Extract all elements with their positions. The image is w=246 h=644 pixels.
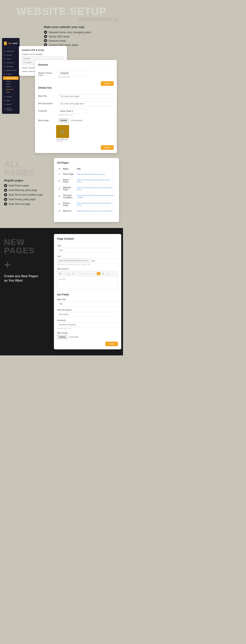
seo-keywords-label: Keywords — [57, 319, 118, 322]
play-icon — [44, 30, 47, 34]
sidebar-item-settings[interactable]: Settings — [2, 95, 19, 98]
sidebar-item-addon[interactable]: Add-on Manager — [2, 106, 19, 112]
content-placeholder: Content — [59, 278, 66, 280]
row-url: https://test2021sh.activeitzone.com/warr… — [75, 185, 116, 192]
admin-logo: 🛒 THE SHOP — [2, 40, 19, 48]
keywords-row: Keywords Separate with coma — [38, 108, 114, 116]
plus-icon: + — [4, 259, 11, 271]
content-editor[interactable]: Content — [57, 276, 118, 288]
seo-keywords-field: Keywords Separate with coma — [57, 319, 118, 330]
seo-meta-title-input[interactable] — [57, 302, 118, 306]
sidebar-item-uploaded-files[interactable]: Uploaded Files — [2, 68, 19, 72]
subnav-pages[interactable]: Pages — [5, 90, 19, 93]
subnav-appearence[interactable]: Appearence — [5, 88, 19, 90]
nav-dot — [4, 66, 5, 67]
general-section-title: General — [38, 63, 114, 68]
link-button[interactable]: ∞ — [106, 272, 110, 275]
sidebar-item-support[interactable]: Support — [2, 72, 19, 76]
pages-features-list: Build Return pages Build Warranty policy… — [4, 184, 50, 206]
list2-button[interactable]: ≡ — [84, 272, 87, 275]
new-pages-big-title: NEW PAGES — [4, 238, 50, 255]
strikethrough-button[interactable]: S — [71, 272, 75, 275]
sidebar-item-staffs[interactable]: Staffs — [2, 98, 19, 102]
feature-item: Keyword setup — [44, 39, 119, 42]
seo-section-title: Global Seo — [38, 86, 114, 91]
italic-button[interactable]: I — [63, 272, 66, 275]
subnav-header[interactable]: Header — [5, 80, 19, 83]
bold-button[interactable]: B — [58, 272, 62, 275]
meta-title-input[interactable] — [58, 94, 114, 99]
admin-sidebar: 🛒 THE SHOP Dashboard Product Orders Cust… — [2, 38, 19, 114]
pages-feature-item: Build Warranty policy page — [4, 188, 50, 192]
meta-desc-input[interactable] — [58, 101, 114, 106]
pages-feature-item: Build Privacy policy page — [4, 198, 50, 201]
seo-meta-image-label: Meta Image — [57, 332, 118, 334]
nav-dot — [4, 70, 5, 71]
seo-keywords-hint: Separate with coma — [57, 328, 118, 330]
required-star: * — [61, 245, 62, 247]
list-button[interactable]: ≡ — [79, 272, 83, 275]
seo-fields-title: Seo Fields — [57, 293, 118, 296]
subnav-banners[interactable]: Banners — [5, 86, 19, 88]
expand-button[interactable]: ↔ — [111, 272, 115, 275]
slug-input[interactable] — [89, 258, 118, 263]
nav-dot — [4, 108, 5, 110]
seo-meta-image-field: Meta Image Browse Choose file — [57, 332, 118, 339]
editor-toolbar: B I U S " ≡ ≡ ≡ ✏ A ⊞ ∞ ↔ — [57, 271, 118, 276]
play-icon — [44, 35, 47, 38]
sidebar-item-product[interactable]: Product — [2, 53, 19, 57]
nav-dot — [4, 96, 5, 98]
list3-button[interactable]: ≡ — [88, 272, 91, 275]
new-pages-description: Create any New Pagesas You Want — [4, 274, 38, 283]
required-star: * — [61, 255, 62, 258]
hero-subtitle: APPEARENCE — [4, 16, 119, 23]
row-num: 6 — [57, 208, 61, 214]
table-row: 4 Term and Conditions https://test2021sh… — [57, 192, 116, 200]
sidebar-item-website-setup[interactable]: Website Setup — [3, 76, 18, 80]
table-button[interactable]: ⊞ — [101, 272, 105, 275]
content-field: Add Content * B I U S " ≡ ≡ ≡ ✏ A ⊞ ∞ ↔ … — [57, 268, 118, 288]
link-field-label: Link * — [57, 255, 118, 258]
pages-left-panel: ALL PAGES Regular pages Build Return pag… — [4, 158, 50, 222]
underline-button[interactable]: U — [67, 272, 70, 275]
seo-choose-file: Choose file — [69, 336, 78, 338]
col-name: Name — [61, 166, 76, 172]
nav-dot — [4, 74, 5, 75]
link-hint: Use these for numbers, Alphabet, Hypens … — [57, 264, 118, 266]
nav-dot-active — [4, 78, 5, 79]
title-field-label: Title * — [57, 245, 118, 247]
theme-color-row: Website Theme Color Hex Color Code — [38, 71, 114, 78]
nav-dot — [4, 51, 5, 52]
css-label: Custom css for website — [22, 53, 64, 56]
row-num: 2 — [57, 177, 61, 185]
keywords-input[interactable] — [58, 108, 88, 114]
subnav-footer[interactable]: Footer — [5, 83, 19, 86]
edit-button[interactable]: ✏ — [92, 272, 96, 275]
sidebar-item-customers[interactable]: Customers — [2, 61, 19, 64]
seo-meta-desc-input[interactable] — [57, 312, 118, 317]
nav-dot — [4, 104, 5, 105]
sidebar-item-dashboard[interactable]: Dashboard — [2, 50, 19, 53]
sidebar-item-marketing[interactable]: Marketing — [2, 64, 19, 68]
highlight-button[interactable]: A — [97, 272, 101, 275]
seo-browse-button[interactable]: Browse — [57, 335, 68, 339]
row-num: 1 — [57, 172, 61, 177]
seo-keywords-input[interactable] — [57, 322, 118, 327]
logo-the: THE — [8, 42, 11, 44]
sidebar-item-orders[interactable]: Orders — [2, 57, 19, 61]
row-num: 5 — [57, 200, 61, 208]
browse-button[interactable]: Browse — [58, 118, 69, 122]
quote-button[interactable]: " — [76, 272, 79, 275]
col-url: URL — [75, 166, 116, 172]
save-row: Save — [57, 342, 118, 346]
image-preview: 🛒 — [56, 125, 69, 138]
title-input[interactable] — [57, 248, 118, 253]
theme-color-input[interactable] — [58, 71, 88, 76]
all-pages-big-title: ALL PAGES — [4, 160, 50, 177]
save-button[interactable]: Save — [106, 342, 118, 346]
update-button-1[interactable]: Update — [101, 81, 114, 86]
seo-meta-desc-label: Meta description — [57, 309, 118, 311]
pages-table: # Name URL 1 Home Page https://test2021s… — [57, 166, 116, 214]
update-button-2[interactable]: Update — [101, 145, 114, 150]
sidebar-item-system[interactable]: System — [2, 102, 19, 106]
